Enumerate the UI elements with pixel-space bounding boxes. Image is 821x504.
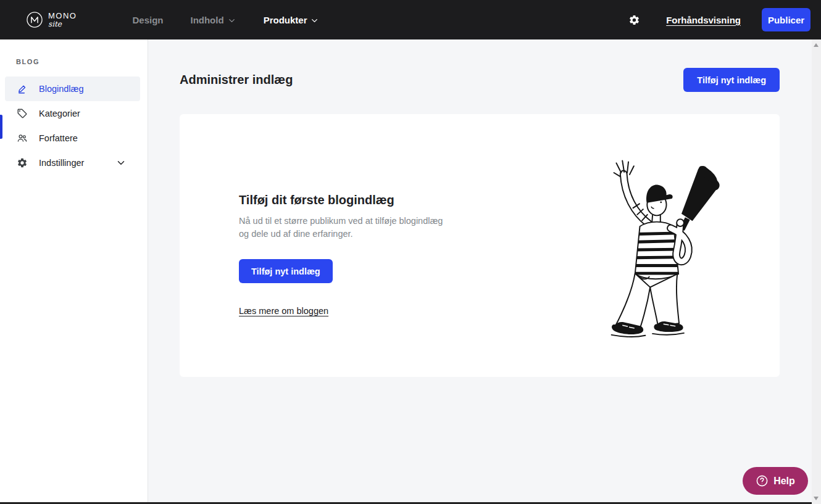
nav-item-label: Indhold [190, 15, 223, 25]
tag-icon [17, 108, 28, 119]
active-item-indicator [0, 115, 2, 139]
scroll-down-arrow-icon[interactable] [814, 497, 819, 500]
top-navigation: Design Indhold Produkter [132, 15, 319, 25]
brand-name-top: MONO [48, 12, 77, 20]
sidebar-section-label: BLOG [16, 58, 148, 65]
empty-state-description: Nå ud til et større publikum ved at tilf… [239, 215, 449, 241]
edit-pencil-icon [17, 83, 28, 94]
sidebar-item-blogindlaeg[interactable]: Blogindlæg [5, 76, 140, 101]
nav-item-produkter[interactable]: Produkter [264, 15, 320, 25]
topbar: MONO site Design Indhold Produkter Forhå… [0, 0, 821, 39]
add-post-button-top[interactable]: Tilføj nyt indlæg [683, 68, 780, 92]
sidebar-item-forfattere[interactable]: Forfattere [5, 126, 140, 151]
sidebar-item-indstillinger[interactable]: Indstillinger [5, 151, 140, 175]
chevron-down-icon [310, 16, 319, 25]
empty-state-card: Tilføj dit første blogindlæg Nå ud til e… [180, 114, 780, 377]
sidebar: BLOG Blogindlæg Kategorier Forfatte [0, 39, 148, 504]
publish-button[interactable]: Publicer [762, 8, 811, 31]
main-content: Administrer indlæg Tilføj nyt indlæg Til… [149, 39, 812, 504]
nav-item-label: Design [132, 15, 163, 25]
help-button[interactable]: Help [743, 467, 808, 495]
mono-logo-icon [26, 11, 43, 28]
nav-item-label: Produkter [264, 15, 307, 25]
page-title: Administrer indlæg [180, 73, 293, 87]
chevron-down-icon [227, 16, 236, 25]
question-mark-icon [756, 474, 769, 487]
app-window: MONO site Design Indhold Produkter Forhå… [0, 0, 821, 504]
preview-link[interactable]: Forhåndsvisning [666, 15, 741, 25]
chevron-down-icon[interactable] [115, 157, 127, 168]
brand-logo[interactable]: MONO site [26, 11, 77, 28]
topbar-actions: Forhåndsvisning Publicer [628, 8, 811, 31]
empty-state-text: Tilføj dit første blogindlæg Nå ud til e… [239, 193, 449, 316]
nav-item-design[interactable]: Design [132, 15, 163, 25]
gear-icon [17, 157, 28, 168]
sidebar-item-label: Kategorier [39, 109, 80, 118]
sidebar-item-label: Forfattere [39, 133, 78, 143]
sidebar-item-label: Indstillinger [39, 158, 84, 168]
help-button-label: Help [773, 476, 795, 487]
people-icon [17, 133, 28, 144]
learn-more-link[interactable]: Læs mere om bloggen [239, 306, 328, 316]
person-megaphone-illustration [588, 146, 722, 357]
add-post-button-card[interactable]: Tilføj nyt indlæg [239, 259, 333, 283]
settings-gear-icon[interactable] [628, 14, 640, 26]
brand-name-bottom: site [48, 20, 77, 28]
sidebar-item-label: Blogindlæg [39, 84, 84, 94]
brand-name: MONO site [48, 12, 77, 28]
empty-state-title: Tilføj dit første blogindlæg [239, 193, 449, 207]
main-header: Administrer indlæg Tilføj nyt indlæg [180, 68, 780, 92]
scroll-up-arrow-icon[interactable] [814, 43, 819, 47]
vertical-scrollbar[interactable] [812, 39, 821, 504]
sidebar-item-kategorier[interactable]: Kategorier [5, 101, 140, 126]
nav-item-indhold[interactable]: Indhold [190, 15, 236, 25]
